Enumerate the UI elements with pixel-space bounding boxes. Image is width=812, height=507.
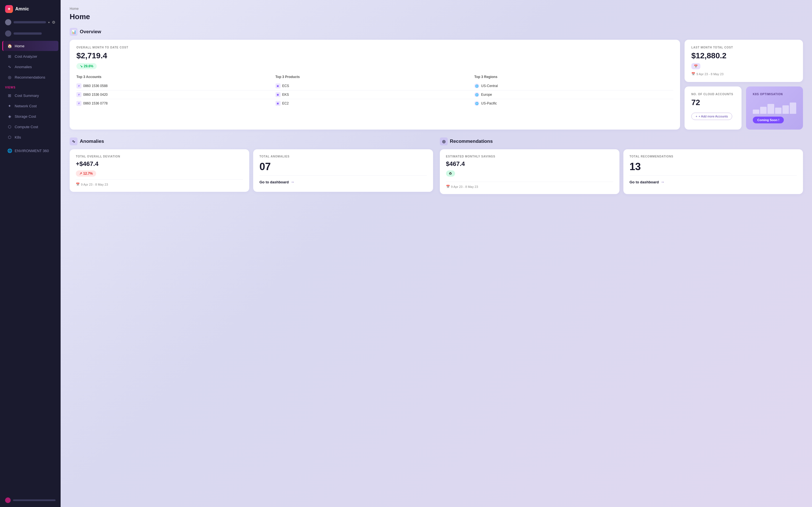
sidebar-item-cost-analyzer[interactable]: ⊞ Cost Analyzer (2, 51, 58, 61)
top3-accounts-title: Top 3 Accounts (77, 75, 275, 79)
logo: ✦ Amnic (0, 0, 61, 17)
bottom-section: ∿ Anomalies TOTAL OVERALL DEVIATION +$46… (70, 137, 803, 194)
plus-icon: + (696, 115, 697, 118)
globe-icon: 🌐 (474, 83, 479, 89)
region-value: US-Pacific (481, 101, 497, 105)
account-selector[interactable]: ▾ ⚙ (0, 17, 61, 27)
anomalies-section-title: Anomalies (80, 138, 104, 144)
globe-icon: 🌐 (474, 92, 479, 97)
cloud-accounts-row: NO. OF CLOUD ACCOUNTS 72 + + Add more Ac… (684, 87, 803, 129)
home-icon: 🏠 (7, 44, 12, 48)
sidebar-item-label: ENVIRONMENT 360 (15, 149, 49, 153)
progress-bar (13, 499, 56, 501)
user-avatar (5, 31, 11, 37)
overview-section-header: 📊 Overview (70, 28, 803, 36)
overall-cost-label: OVERALL MONTH TO DATE COST (77, 46, 673, 49)
list-item: ▣ EC2 (275, 99, 474, 108)
list-item: # 0860 1536 0420 (77, 91, 275, 99)
total-anomalies-value: 07 (259, 161, 426, 173)
deviation-label: TOTAL OVERALL DEVIATION (76, 155, 243, 158)
sidebar-item-k8s[interactable]: ⬡ K8s (2, 132, 58, 142)
globe-icon: 🌐 (474, 101, 479, 106)
savings-label: ESTIMATED MONTHLY SAVINGS (446, 155, 613, 158)
anomalies-section-icon: ∿ (70, 137, 78, 145)
overall-cost-pct: 29.6% (84, 64, 93, 68)
compute-cost-icon: ⬡ (7, 124, 12, 129)
arrow-right-icon: → (290, 180, 294, 184)
sidebar-item-label: Storage Cost (15, 114, 36, 119)
hash-icon: # (77, 83, 82, 89)
calendar-icon-small: 📅 (691, 72, 695, 76)
account-name-bar (13, 21, 46, 23)
top3-products-col: Top 3 Products ▣ ECS ▣ EKS ▣ EC2 (275, 75, 474, 108)
sidebar-item-label: Home (15, 44, 24, 48)
sidebar-item-label: Network Cost (15, 104, 37, 108)
storage-cost-icon: ◈ (7, 114, 12, 119)
overview-main-card: OVERALL MONTH TO DATE COST $2,719.4 ↘ 29… (70, 40, 680, 129)
anomalies-section-header: ∿ Anomalies (70, 137, 433, 145)
last-month-label: LAST MONTH TOTAL COST (691, 46, 796, 49)
sidebar-item-network-cost[interactable]: ✦ Network Cost (2, 101, 58, 111)
hash-icon: # (77, 101, 82, 106)
product-value: EC2 (282, 101, 289, 105)
sidebar-item-recommendations[interactable]: ◎ Recommendations (2, 72, 58, 82)
cloud-accounts-label: NO. OF CLOUD ACCOUNTS (691, 93, 735, 96)
savings-card: ESTIMATED MONTHLY SAVINGS $467.4 ♻ 📅 9 A… (440, 149, 619, 194)
recommendations-cards: ESTIMATED MONTHLY SAVINGS $467.4 ♻ 📅 9 A… (440, 149, 803, 194)
breadcrumb: Home (70, 7, 803, 11)
savings-date: 📅 9 Apr 23 - 8 May 23 (446, 185, 613, 188)
overview-right-cards: LAST MONTH TOTAL COST $12,880.2 📅 📅 9 Ap… (684, 40, 803, 129)
sidebar-item-label: Cost Analyzer (15, 54, 37, 59)
anomalies-go-dashboard-link[interactable]: Go to dashboard → (259, 180, 426, 184)
recommendations-section-title: Recommendations (450, 138, 493, 144)
go-dashboard-label: Go to dashboard (259, 180, 289, 184)
sidebar-item-compute-cost[interactable]: ⬡ Compute Cost (2, 122, 58, 132)
recommendations-section-header: ◎ Recommendations (440, 137, 803, 145)
go-dashboard-label: Go to dashboard (629, 180, 659, 184)
gear-icon[interactable]: ⚙ (52, 20, 56, 24)
sidebar-item-anomalies[interactable]: ∿ Anomalies (2, 62, 58, 72)
arrow-down-icon: ↘ (80, 64, 83, 68)
total-recs-label: TOTAL RECOMMENDATIONS (629, 155, 797, 158)
product-value: ECS (282, 84, 289, 88)
sidebar-item-label: Compute Cost (15, 125, 38, 129)
account-value: 0860 1536 0420 (83, 93, 108, 97)
cost-summary-icon: ⊞ (7, 93, 12, 98)
add-accounts-label: + Add more Accounts (698, 115, 728, 118)
divider (76, 179, 243, 180)
sidebar-item-home[interactable]: 🏠 Home (2, 41, 58, 51)
chevron-down-icon[interactable]: ▾ (48, 21, 50, 24)
region-value: US-Central (481, 84, 498, 88)
sidebar-item-storage-cost[interactable]: ◈ Storage Cost (2, 111, 58, 121)
list-item: ▣ EKS (275, 91, 474, 99)
savings-badge: ♻ (446, 170, 455, 177)
product-icon: ▣ (275, 101, 281, 106)
top3-regions-col: Top 3 Regions 🌐 US-Central 🌐 Europe 🌐 US… (474, 75, 673, 108)
product-icon: ▣ (275, 83, 281, 89)
list-item: 🌐 Europe (474, 91, 673, 99)
sidebar-bottom (0, 494, 61, 507)
arrow-up-icon: ↗ (79, 172, 82, 175)
recommendations-go-dashboard-link[interactable]: Go to dashboard → (629, 180, 797, 184)
account-avatar (5, 19, 11, 25)
top3-regions-title: Top 3 Regions (474, 75, 673, 79)
anomalies-section: ∿ Anomalies TOTAL OVERALL DEVIATION +$46… (70, 137, 433, 194)
sidebar-item-cost-summary[interactable]: ⊞ Cost Summary (2, 91, 58, 101)
views-section-label: VIEWS (0, 82, 61, 90)
arrow-right-icon: → (661, 180, 665, 184)
deviation-badge: ↗ 12.7% (76, 170, 96, 177)
account-value: 0860 1536 0588 (83, 84, 108, 88)
add-accounts-button[interactable]: + + Add more Accounts (691, 113, 732, 120)
divider (259, 175, 426, 176)
coming-soon-button[interactable]: Coming Soon ! (753, 117, 784, 123)
overview-section-icon: 📊 (70, 28, 78, 36)
list-item: # 0860 1536 0778 (77, 99, 275, 108)
overall-cost-badge: ↘ 29.6% (77, 63, 97, 69)
top3-grid: Top 3 Accounts # 0860 1536 0588 # 0860 1… (77, 75, 673, 108)
product-icon: ▣ (275, 92, 281, 97)
total-anomalies-card: TOTAL ANOMALIES 07 Go to dashboard → (253, 149, 433, 192)
k8s-chart (753, 100, 796, 114)
cost-analyzer-icon: ⊞ (7, 54, 12, 59)
sidebar-item-environment360[interactable]: 🌐 ENVIRONMENT 360 (2, 146, 58, 156)
top3-accounts-col: Top 3 Accounts # 0860 1536 0588 # 0860 1… (77, 75, 275, 108)
